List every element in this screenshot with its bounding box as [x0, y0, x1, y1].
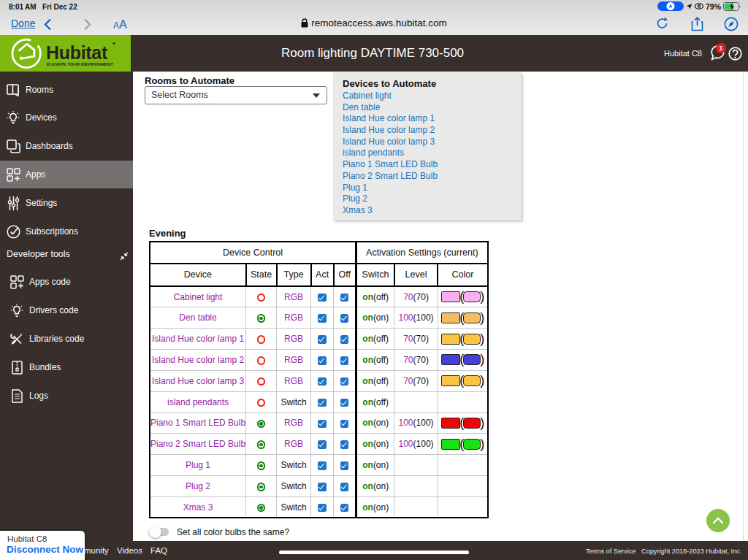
svg-text:Hubitat: Hubitat [46, 42, 108, 63]
svg-text:ELEVATE YOUR ENVIRONMENT: ELEVATE YOUR ENVIRONMENT [47, 61, 113, 66]
